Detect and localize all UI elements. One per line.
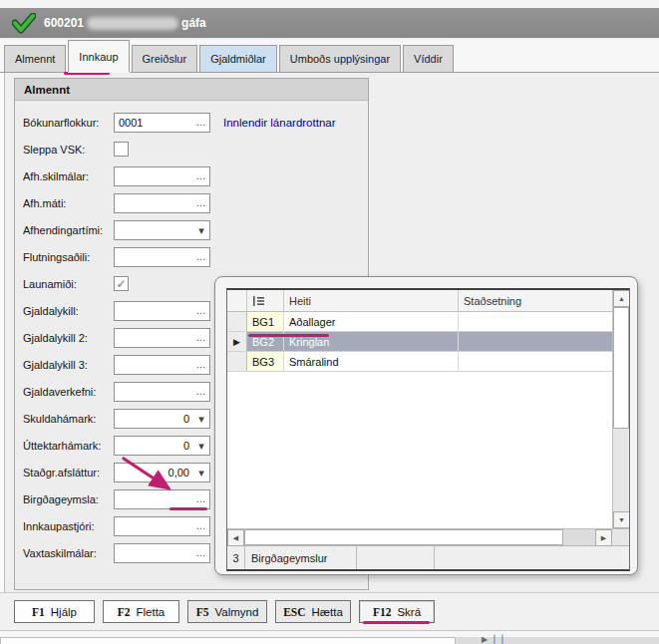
tab-v-ddir[interactable]: Víddir [403, 45, 454, 72]
selector-column-header [227, 290, 247, 311]
column-header-stadsetning[interactable]: Staðsetning [459, 290, 629, 311]
tab-umbo-s-uppl-singar[interactable]: Umboðs upplýsingar [279, 45, 401, 72]
ellipsis-button[interactable]: … [193, 383, 209, 401]
lookup-field-afh-skilm-lar[interactable]: … [114, 166, 210, 186]
dropdown-field-skuldah-mark[interactable]: 0▾ [114, 409, 210, 429]
location-cell[interactable] [459, 312, 629, 331]
annotation-underline-tab [64, 72, 110, 75]
f12-skr-button[interactable]: F12Skrá [359, 600, 435, 623]
lookup-field-gjaldaverkefni[interactable]: … [114, 382, 210, 402]
dropdown-field-sta-gr-afsl-ttur[interactable]: 0,00▾ [114, 463, 210, 483]
field-label: Gjaldaverkefni: [23, 386, 114, 398]
row-selector-cell[interactable] [227, 312, 247, 331]
ellipsis-button[interactable]: … [193, 194, 209, 212]
lookup-field-gjaldalykill[interactable]: … [114, 301, 210, 321]
status-cell-empty [357, 546, 435, 569]
field-label: Afh.skilmálar: [23, 170, 114, 182]
lookup-field-birg-ageymsla[interactable]: … [114, 489, 210, 509]
lookup-field-b-kunarflokkur[interactable]: 0001… [114, 113, 210, 133]
field-label: Staðgr.afsláttur: [23, 467, 114, 479]
field-label: Úttektarhámark: [23, 440, 114, 452]
tab-gjaldmi-lar[interactable]: Gjaldmiðlar [199, 45, 277, 72]
lookup-grid: Heiti Staðsetning BG1Aðallager▶BG2Kringl… [227, 290, 629, 528]
esc-h-tta-button[interactable]: ESCHætta [275, 600, 351, 623]
button-label: Valmynd [214, 606, 258, 618]
table-row[interactable]: BG3Smáralind [227, 352, 629, 372]
ellipsis-button[interactable]: … [193, 248, 209, 266]
table-row[interactable]: BG1Aðallager [227, 312, 629, 332]
button-label: Hjálp [51, 606, 77, 618]
lookup-field-afh-m-ti[interactable]: … [114, 193, 210, 213]
checkbox-sleppa-vsk[interactable] [114, 142, 129, 157]
field-value: 0,00 [115, 467, 193, 479]
lookup-field-vaxtaskilm-lar[interactable]: … [114, 543, 210, 563]
field-label: Afh.máti: [23, 197, 114, 209]
checkbox-check-icon: ✓ [116, 278, 126, 290]
ellipsis-button[interactable]: … [193, 544, 209, 562]
ellipsis-button[interactable]: … [193, 356, 209, 374]
scroll-right-button[interactable]: ▶ [595, 529, 612, 546]
lookup-field-innkaupastj-ri[interactable]: … [114, 516, 210, 536]
scroll-left-button[interactable]: ◀ [227, 529, 244, 546]
popup-status-bar: 3 Birgðageymslur [227, 545, 629, 569]
column-header-heiti[interactable]: Heiti [284, 290, 459, 311]
code-cell[interactable]: BG1 [247, 312, 284, 331]
scroll-up-button[interactable]: ▲ [613, 290, 629, 307]
vertical-scrollbar[interactable]: ▲ ▼ [612, 290, 629, 528]
name-cell[interactable]: Smáralind [284, 352, 459, 371]
ellipsis-button[interactable]: … [193, 490, 209, 508]
left-divider [4, 73, 5, 630]
horizontal-scrollbar[interactable]: ◀ ▶ [227, 528, 629, 545]
vertical-scroll-thumb[interactable] [613, 307, 629, 429]
f1-hj-lp-button[interactable]: F1Hjálp [14, 600, 95, 623]
ellipsis-button[interactable]: … [193, 114, 209, 132]
row-selector-cell[interactable]: ▶ [227, 332, 247, 351]
field-label: Launamiði: [23, 278, 114, 290]
tab-grei-slur[interactable]: Greiðslur [132, 45, 198, 72]
location-cell[interactable] [459, 352, 629, 371]
form-field-row: Sleppa VSK: [15, 136, 368, 162]
f5-valmynd-button[interactable]: F5Valmynd [187, 600, 267, 623]
ellipsis-button[interactable]: … [193, 517, 209, 535]
window-title: 600201 gáfa [44, 16, 206, 30]
row-selector-cell[interactable] [227, 352, 247, 371]
field-label: Afhendingartími: [23, 224, 114, 236]
checkbox-launami-i[interactable]: ✓ [114, 276, 129, 291]
scroll-down-button[interactable]: ▼ [613, 511, 629, 528]
success-check-icon [12, 13, 36, 34]
lookup-field-gjaldalykill-3[interactable]: … [114, 355, 210, 375]
record-type-label: Birgðageymslur [245, 546, 357, 569]
window-top-edge [0, 0, 659, 8]
linked-record-text: Innlendir lánardrottnar [223, 117, 336, 129]
ellipsis-button[interactable]: … [193, 302, 209, 320]
tab-almennt[interactable]: Almennt [4, 45, 66, 72]
status-cell-empty [435, 546, 629, 569]
application-window: 600201 gáfa AlmenntInnkaupGreiðslurGjald… [0, 0, 659, 644]
function-button-bar: F1HjálpF2FlettaF5ValmyndESCHættaF12Skrá [0, 592, 659, 630]
name-cell[interactable]: Aðallager [284, 312, 459, 331]
ellipsis-button[interactable]: … [193, 167, 209, 185]
grid-rows: BG1Aðallager▶BG2KringlanBG3Smáralind [227, 312, 629, 372]
dropdown-arrow-icon[interactable]: ▾ [193, 464, 209, 482]
field-label: Bókunarflokkur: [23, 117, 114, 129]
f2-fletta-button[interactable]: F2Fletta [103, 600, 179, 623]
dropdown-arrow-icon[interactable]: ▾ [193, 437, 209, 455]
lookup-field-gjaldalykill-2[interactable]: … [114, 328, 210, 348]
code-cell[interactable]: BG3 [247, 352, 284, 371]
field-value: 0 [115, 413, 193, 425]
dropdown-arrow-icon[interactable]: ▾ [193, 221, 209, 239]
field-label: Skuldahámark: [23, 413, 114, 425]
field-label: Gjaldalykill 3: [23, 359, 114, 371]
dropdown-field-ttektarh-mark[interactable]: 0▾ [114, 436, 210, 456]
location-cell[interactable] [459, 332, 629, 351]
sort-column-header[interactable] [247, 290, 284, 311]
dropdown-field-afhendingart-mi[interactable]: ▾ [114, 220, 210, 240]
field-label: Sleppa VSK: [23, 144, 114, 156]
field-label: Gjaldalykill 2: [23, 332, 114, 344]
dropdown-arrow-icon[interactable]: ▾ [193, 410, 209, 428]
horizontal-scroll-thumb[interactable] [244, 529, 563, 545]
tab-innkaup[interactable]: Innkaup [68, 40, 129, 72]
field-label: Vaxtaskilmálar: [23, 547, 114, 559]
lookup-field-flutningsa-ili[interactable]: … [114, 247, 210, 267]
ellipsis-button[interactable]: … [193, 329, 209, 347]
